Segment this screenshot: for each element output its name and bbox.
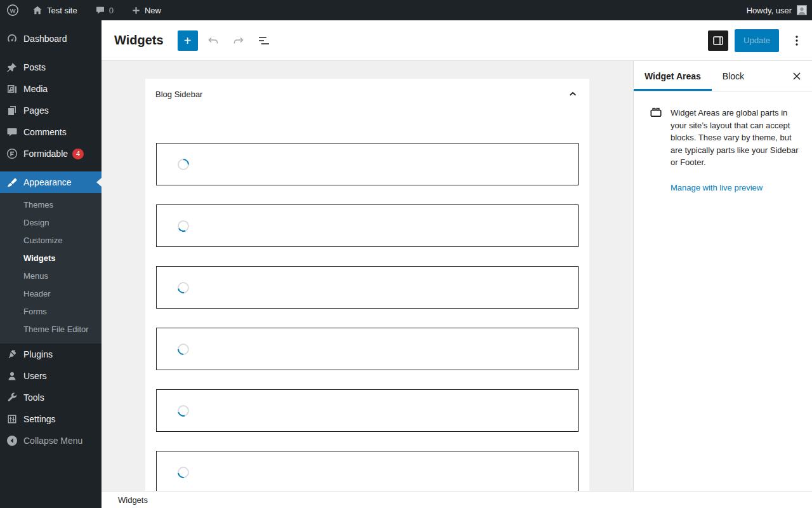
panel-content: Widget Areas are global parts in your si… — [634, 91, 812, 193]
widget-area-icon — [649, 105, 663, 119]
update-count-badge: 4 — [72, 149, 84, 159]
widget-area-title: Blog Sidebar — [155, 90, 202, 99]
sidebar-item-formidable[interactable]: Formidable 4 — [0, 143, 102, 164]
loading-spinner-icon — [175, 156, 191, 172]
manage-live-preview-link[interactable]: Manage with live preview — [671, 183, 763, 192]
loading-block-placeholder — [156, 204, 579, 247]
sidebar-item-label: Users — [23, 371, 47, 381]
settings-icon — [6, 413, 18, 425]
widget-area-body — [145, 109, 589, 491]
kebab-menu-icon — [789, 33, 804, 48]
submenu-item-themes[interactable]: Themes — [0, 196, 102, 214]
loading-spinner-icon — [175, 279, 191, 295]
admin-bar: W Test site 0 New Howdy, user — [0, 0, 812, 20]
close-icon — [790, 70, 803, 83]
submenu-item-customize[interactable]: Customize — [0, 232, 102, 250]
appearance-icon — [6, 176, 18, 189]
new-content-menu[interactable]: New — [120, 0, 167, 20]
list-view-button[interactable] — [254, 30, 274, 51]
plugin-icon — [6, 348, 18, 361]
close-panel-button[interactable] — [787, 66, 807, 86]
home-icon — [32, 4, 43, 16]
pushpin-icon — [6, 61, 18, 74]
comments-shortcut[interactable]: 0 — [84, 0, 120, 20]
comment-bubble-icon — [95, 5, 105, 15]
menu-separator — [0, 50, 102, 57]
loading-block-placeholder — [156, 266, 579, 309]
site-name-label: Test site — [47, 6, 77, 15]
sidebar-item-appearance[interactable]: Appearance — [0, 171, 102, 193]
submenu-item-menus[interactable]: Menus — [0, 267, 102, 285]
sidebar-item-label: Appearance — [23, 177, 72, 187]
comment-count: 0 — [109, 6, 114, 15]
widget-area-header[interactable]: Blog Sidebar — [145, 79, 589, 109]
loading-block-placeholder — [156, 328, 579, 370]
sidebar-item-settings[interactable]: Settings — [0, 408, 102, 430]
redo-icon — [231, 33, 246, 48]
submenu-item-forms[interactable]: Forms — [0, 303, 102, 321]
editor-canvas: Blog Sidebar — [102, 61, 633, 491]
comments-icon — [6, 126, 18, 138]
widget-area-blog-sidebar: Blog Sidebar — [145, 79, 589, 491]
svg-text:W: W — [10, 7, 16, 14]
collapse-arrow-icon — [6, 434, 18, 447]
editor-header: Widgets + Update — [102, 20, 812, 61]
sidebar-item-pages[interactable]: Pages — [0, 100, 102, 121]
wordpress-logo-menu[interactable]: W — [0, 0, 25, 20]
sidebar-item-comments[interactable]: Comments — [0, 121, 102, 143]
submenu-item-design[interactable]: Design — [0, 214, 102, 232]
settings-sidebar-panel: Widget Areas Block Widget Areas are glob… — [633, 61, 812, 491]
sidebar-item-label: Tools — [23, 392, 44, 403]
sidebar-item-label: Comments — [23, 127, 67, 137]
sidebar-layout-icon — [710, 33, 726, 48]
block-inserter-button[interactable]: + — [178, 30, 198, 51]
submenu-item-theme-file-editor[interactable]: Theme File Editor — [0, 321, 102, 338]
undo-icon — [206, 33, 221, 48]
pages-icon — [6, 104, 18, 117]
new-label: New — [145, 6, 161, 15]
admin-menu: Dashboard Posts Media Pages Comments For… — [0, 20, 102, 508]
loading-spinner-icon — [176, 218, 190, 233]
wordpress-logo-icon: W — [6, 4, 19, 17]
redo-button[interactable] — [228, 30, 249, 51]
loading-spinner-icon — [175, 464, 191, 480]
sidebar-item-plugins[interactable]: Plugins — [0, 344, 102, 365]
sidebar-item-tools[interactable]: Tools — [0, 387, 102, 408]
chevron-up-icon — [566, 88, 579, 100]
howdy-menu[interactable]: Howdy, user — [747, 0, 792, 20]
submenu-item-widgets[interactable]: Widgets — [0, 250, 102, 267]
media-icon — [6, 83, 18, 95]
collapse-menu-label: Collapse Menu — [23, 436, 82, 446]
collapse-menu-button[interactable]: Collapse Menu — [0, 430, 102, 451]
widget-areas-description: Widget Areas are global parts in your si… — [671, 107, 800, 169]
sidebar-item-users[interactable]: Users — [0, 365, 102, 387]
dashboard-icon — [6, 32, 18, 45]
list-view-icon — [256, 33, 272, 48]
loading-spinner-icon — [175, 341, 191, 357]
sidebar-item-media[interactable]: Media — [0, 78, 102, 100]
sidebar-item-dashboard[interactable]: Dashboard — [0, 28, 102, 50]
breadcrumb[interactable]: Widgets — [118, 495, 148, 505]
site-name-link[interactable]: Test site — [25, 0, 84, 20]
settings-sidebar-toggle[interactable] — [708, 30, 728, 51]
tab-block[interactable]: Block — [712, 61, 755, 91]
sidebar-item-label: Plugins — [23, 349, 53, 359]
widgets-editor: Widgets + Update Blog Sidebar — [102, 20, 812, 508]
loading-block-placeholder — [156, 389, 579, 432]
sidebar-item-label: Posts — [23, 62, 46, 72]
undo-button[interactable] — [203, 30, 223, 51]
sidebar-item-posts[interactable]: Posts — [0, 57, 102, 78]
submenu-item-header[interactable]: Header — [0, 285, 102, 303]
user-silhouette-icon — [797, 6, 806, 15]
options-kebab-button[interactable] — [787, 30, 807, 51]
tools-icon — [6, 391, 18, 404]
menu-separator — [0, 164, 102, 171]
update-button[interactable]: Update — [735, 29, 779, 52]
formidable-icon — [6, 147, 18, 160]
tab-widget-areas[interactable]: Widget Areas — [634, 61, 712, 91]
block-breadcrumb-bar: Widgets — [102, 491, 812, 508]
sidebar-item-label: Settings — [23, 414, 56, 424]
avatar[interactable] — [797, 5, 807, 15]
plus-icon: + — [184, 34, 192, 47]
sidebar-item-label: Pages — [23, 105, 49, 116]
